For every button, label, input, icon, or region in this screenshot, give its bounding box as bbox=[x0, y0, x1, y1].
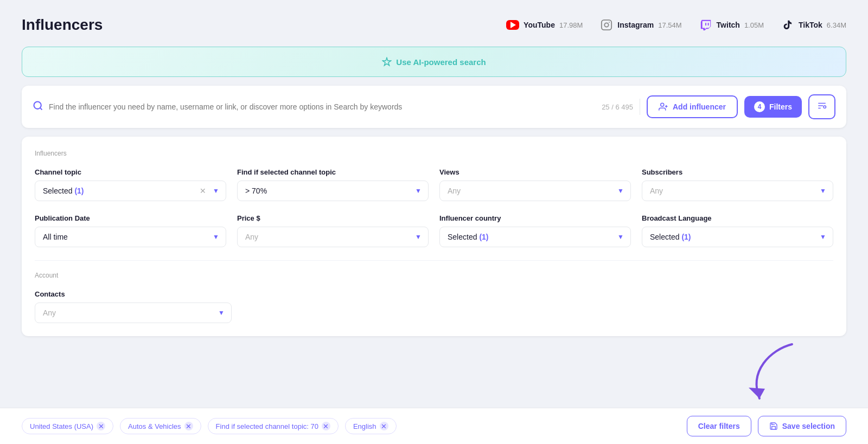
filter-influencer-country: Influencer country Selected (1) ▼ bbox=[439, 214, 631, 247]
filter-section-account-label: Account bbox=[35, 272, 833, 279]
svg-point-3 bbox=[34, 101, 41, 108]
svg-point-1 bbox=[605, 23, 609, 27]
page-title: Influencers bbox=[22, 16, 103, 34]
tag-usa-remove[interactable]: ✕ bbox=[97, 422, 105, 430]
platform-youtube: YouTube 17.98M bbox=[506, 18, 583, 31]
filter-views: Views Any ▼ bbox=[439, 168, 631, 201]
youtube-icon bbox=[506, 18, 519, 31]
ai-banner-text: Use AI-powered search bbox=[382, 57, 486, 67]
filter-publication-date: Publication Date All time ▼ bbox=[35, 214, 226, 247]
section-divider bbox=[35, 260, 833, 261]
search-icon bbox=[33, 100, 43, 114]
bottom-bar: United States (USA) ✕ Autos & Vehicles ✕… bbox=[0, 408, 868, 444]
channel-topic-arrow: ▼ bbox=[213, 187, 219, 195]
filter-contacts: Contacts Any ▼ bbox=[35, 290, 232, 323]
tag-usa: United States (USA) ✕ bbox=[22, 418, 113, 434]
broadcast-language-label: Broadcast Language bbox=[642, 214, 833, 222]
views-label: Views bbox=[439, 168, 631, 176]
price-arrow: ▼ bbox=[415, 233, 422, 241]
contacts-label: Contacts bbox=[35, 290, 232, 298]
find-if-selected-label: Find if selected channel topic bbox=[237, 168, 429, 176]
contacts-spacer bbox=[242, 290, 833, 323]
language-wrapper[interactable]: Selected (1) ▼ bbox=[642, 227, 833, 247]
filter-row-2: Publication Date All time ▼ Price $ Any … bbox=[35, 214, 833, 247]
instagram-count: 17.54M bbox=[658, 21, 681, 29]
youtube-label: YouTube bbox=[524, 21, 555, 29]
instagram-label: Instagram bbox=[617, 21, 654, 29]
contacts-arrow: ▼ bbox=[218, 309, 225, 317]
filter-channel-topic: Channel topic Selected (1) ✕ ▼ bbox=[35, 168, 226, 201]
channel-topic-select[interactable]: Selected (1) ✕ ▼ bbox=[35, 181, 226, 201]
contacts-wrapper[interactable]: Any ▼ bbox=[35, 303, 232, 323]
tag-autos: Autos & Vehicles ✕ bbox=[120, 418, 201, 434]
country-arrow: ▼ bbox=[617, 233, 624, 241]
pub-date-select[interactable]: All time ▼ bbox=[35, 227, 226, 247]
language-select[interactable]: Selected (1) ▼ bbox=[642, 227, 833, 247]
views-select[interactable]: Any ▼ bbox=[439, 181, 631, 201]
platform-twitch: Twitch 1.05M bbox=[699, 18, 764, 31]
add-influencer-button[interactable]: Add influencer bbox=[647, 95, 738, 118]
twitch-count: 1.05M bbox=[744, 21, 764, 29]
tiktok-label: TikTok bbox=[799, 21, 822, 29]
svg-rect-0 bbox=[602, 20, 611, 30]
filter-panel: Influencers Channel topic Selected (1) ✕… bbox=[22, 137, 846, 336]
subscribers-label: Subscribers bbox=[642, 168, 833, 176]
subscribers-arrow: ▼ bbox=[820, 187, 826, 195]
pub-date-wrapper[interactable]: All time ▼ bbox=[35, 227, 226, 247]
tag-topic-remove[interactable]: ✕ bbox=[322, 422, 330, 430]
price-select[interactable]: Any ▼ bbox=[237, 227, 429, 247]
publication-date-label: Publication Date bbox=[35, 214, 226, 222]
twitch-label: Twitch bbox=[717, 21, 740, 29]
search-input[interactable] bbox=[49, 102, 596, 111]
channel-topic-clear[interactable]: ✕ bbox=[200, 186, 206, 195]
filter-broadcast-language: Broadcast Language Selected (1) ▼ bbox=[642, 214, 833, 247]
platform-stats: YouTube 17.98M Instagram 17.54M bbox=[506, 18, 846, 31]
views-arrow: ▼ bbox=[617, 187, 624, 195]
channel-topic-select-wrapper[interactable]: Selected (1) ✕ ▼ bbox=[35, 181, 226, 201]
filters-button[interactable]: 4 Filters bbox=[744, 96, 802, 118]
filter-find-if-selected: Find if selected channel topic > 70% ▼ bbox=[237, 168, 429, 201]
filters-badge: 4 bbox=[754, 101, 765, 112]
pub-date-arrow: ▼ bbox=[213, 233, 219, 241]
influencer-country-label: Influencer country bbox=[439, 214, 631, 222]
svg-point-5 bbox=[661, 103, 664, 106]
youtube-count: 17.98M bbox=[559, 21, 583, 29]
contacts-select[interactable]: Any ▼ bbox=[35, 303, 232, 323]
price-wrapper[interactable]: Any ▼ bbox=[237, 227, 429, 247]
country-select[interactable]: Selected (1) ▼ bbox=[439, 227, 631, 247]
subscribers-wrapper[interactable]: Any ▼ bbox=[642, 181, 833, 201]
tag-topic: Find if selected channel topic: 70 ✕ bbox=[208, 418, 339, 434]
find-if-selected-wrapper[interactable]: > 70% ▼ bbox=[237, 181, 429, 201]
twitch-icon bbox=[699, 18, 712, 31]
sort-button[interactable] bbox=[808, 94, 835, 119]
price-label: Price $ bbox=[237, 214, 429, 222]
views-wrapper[interactable]: Any ▼ bbox=[439, 181, 631, 201]
instagram-icon bbox=[600, 18, 613, 31]
filter-section-influencers-label: Influencers bbox=[35, 150, 833, 157]
tag-autos-remove[interactable]: ✕ bbox=[184, 422, 193, 430]
search-count: 25 / 6 495 bbox=[602, 103, 633, 111]
subscribers-select[interactable]: Any ▼ bbox=[642, 181, 833, 201]
language-arrow: ▼ bbox=[820, 233, 826, 241]
tag-english-remove[interactable]: ✕ bbox=[380, 422, 388, 430]
filter-price: Price $ Any ▼ bbox=[237, 214, 429, 247]
page-header: Influencers YouTube 17.98M bbox=[22, 16, 846, 34]
platform-instagram: Instagram 17.54M bbox=[600, 18, 681, 31]
platform-tiktok: TikTok 6.34M bbox=[781, 18, 846, 31]
find-if-selected-arrow: ▼ bbox=[415, 187, 422, 195]
clear-filters-button[interactable]: Clear filters bbox=[687, 416, 751, 436]
divider bbox=[640, 99, 640, 115]
save-selection-button[interactable]: Save selection bbox=[758, 416, 846, 436]
svg-point-11 bbox=[824, 106, 826, 108]
filter-row-account: Contacts Any ▼ bbox=[35, 290, 833, 323]
find-if-selected-select[interactable]: > 70% ▼ bbox=[237, 181, 429, 201]
ai-search-banner[interactable]: Use AI-powered search bbox=[22, 47, 846, 77]
country-wrapper[interactable]: Selected (1) ▼ bbox=[439, 227, 631, 247]
filter-row-1: Channel topic Selected (1) ✕ ▼ Find if s… bbox=[35, 168, 833, 201]
svg-point-2 bbox=[609, 22, 610, 23]
search-section: 25 / 6 495 Add influencer 4 Filters bbox=[22, 86, 846, 128]
tag-english: English ✕ bbox=[345, 418, 397, 434]
channel-topic-label: Channel topic bbox=[35, 168, 226, 176]
tiktok-count: 6.34M bbox=[827, 21, 846, 29]
tiktok-icon bbox=[781, 18, 794, 31]
